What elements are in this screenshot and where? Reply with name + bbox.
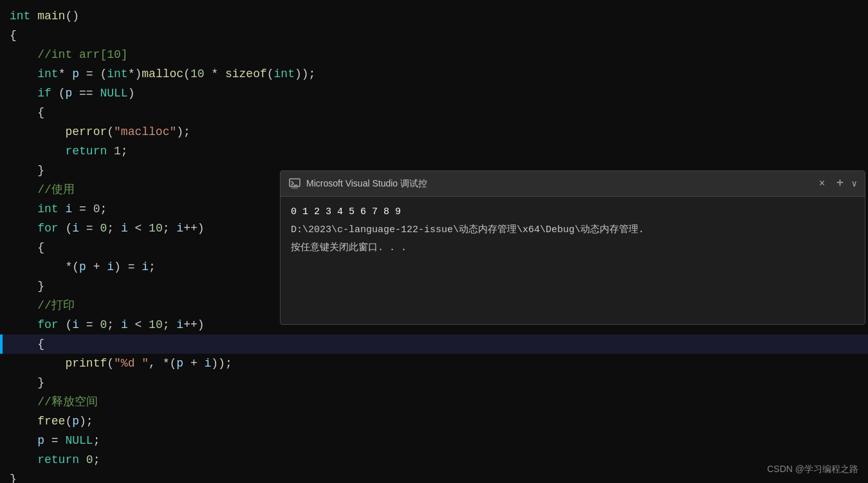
- watermark: CSDN @学习编程之路: [767, 464, 858, 475]
- code-line-18: {: [0, 334, 868, 354]
- terminal-add-button[interactable]: +: [836, 176, 844, 191]
- keyword-int: int: [10, 6, 30, 26]
- code-line-7: perror("maclloc");: [0, 122, 868, 141]
- line-border-indicator: [0, 334, 3, 354]
- terminal-title: Microsoft Visual Studio 调试控: [306, 178, 816, 190]
- terminal-app-icon: [288, 178, 301, 190]
- code-line-6: {: [0, 103, 868, 122]
- terminal-output-numbers: 0 1 2 3 4 5 6 7 8 9: [291, 205, 854, 220]
- code-line-5: if (p == NULL): [0, 84, 868, 103]
- terminal-window: Microsoft Visual Studio 调试控 × + ∨ 0 1 2 …: [280, 170, 865, 325]
- terminal-close-button[interactable]: ×: [816, 178, 829, 190]
- code-line-8: return 1;: [0, 141, 868, 161]
- code-line-25: }: [0, 469, 868, 483]
- terminal-path-line: D:\2023\c-language-122-issue\动态内存管理\x64\…: [291, 223, 854, 238]
- terminal-body: 0 1 2 3 4 5 6 7 8 9 D:\2023\c-language-1…: [281, 197, 865, 324]
- code-line-19: printf("%d ", *(p + i));: [0, 354, 868, 373]
- function-main: main: [37, 6, 65, 26]
- terminal-dropdown-button[interactable]: ∨: [852, 178, 857, 189]
- code-line-4: int* p = (int*)malloc(10 * sizeof(int));: [0, 64, 868, 84]
- code-line-21: //释放空间: [0, 392, 868, 412]
- terminal-titlebar: Microsoft Visual Studio 调试控 × + ∨: [281, 171, 865, 197]
- code-line-22: free(p);: [0, 412, 868, 431]
- code-line-3: //int arr[10]: [0, 45, 868, 64]
- svg-rect-1: [291, 187, 298, 189]
- code-line-20: }: [0, 373, 868, 392]
- terminal-controls: × + ∨: [816, 176, 857, 191]
- code-line-23: p = NULL;: [0, 431, 868, 450]
- terminal-prompt-line: 按任意键关闭此窗口. . .: [291, 241, 854, 256]
- code-line-2: {: [0, 26, 868, 45]
- code-line-1: int main(): [0, 6, 868, 26]
- code-line-24: return 0;: [0, 450, 868, 469]
